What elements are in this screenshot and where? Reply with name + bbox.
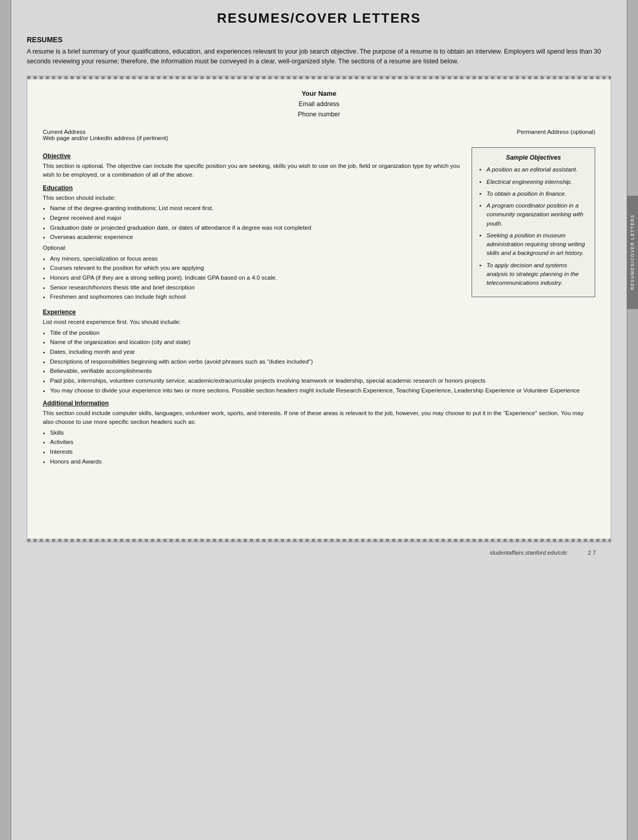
resume-spacer <box>43 468 595 529</box>
list-item: Courses relevant to the position for whi… <box>50 264 463 272</box>
list-item: Degree received and major <box>50 214 463 222</box>
list-item: Dates, including month and year <box>50 348 595 356</box>
current-address-label: Current Address <box>43 129 168 135</box>
list-item: Believable, verifiable accomplishments <box>50 367 595 375</box>
resumes-heading: RESUMES <box>27 36 611 44</box>
sample-objectives-title: Sample Objectives <box>479 154 587 161</box>
side-tab-container: RESUMES/COVER LETTERS <box>627 196 638 309</box>
education-title: Education <box>43 184 463 192</box>
additional-title: Additional Information <box>43 400 595 407</box>
objective-col-left: Objective This section is optional. The … <box>43 147 463 303</box>
resume-email: Email address <box>43 99 595 109</box>
objective-section-row: Objective This section is optional. The … <box>43 147 595 303</box>
additional-text: This section could include computer skil… <box>43 409 595 426</box>
list-item: To apply decision and systems analysis t… <box>479 261 587 288</box>
main-content: RESUMES/COVER LETTERS RESUMES A resume i… <box>11 0 627 840</box>
list-item: Freshmen and sophomores can include high… <box>50 293 463 301</box>
sample-objectives-box: Sample Objectives A position as an edito… <box>472 147 595 297</box>
resume-address-left: Current Address Web page and/or LinkedIn… <box>43 129 168 141</box>
list-item: Honors and GPA (if they are a strong sel… <box>50 273 463 282</box>
list-item: Overseas academic experience <box>50 233 463 242</box>
education-optional-label: Optional: <box>43 244 463 252</box>
experience-intro: List most recent experience first. You s… <box>43 318 595 327</box>
list-item: A position as an editorial assistant. <box>479 165 587 174</box>
resume-address-row: Current Address Web page and/or LinkedIn… <box>43 129 595 141</box>
education-optional-bullets: Any minors, specialization or focus area… <box>50 254 463 301</box>
additional-bullets: Skills Activities Interests Honors and A… <box>50 428 595 466</box>
footer-url: studentaffairs.stanford.edu/cdc <box>490 550 567 556</box>
list-item: Descriptions of responsibilities beginni… <box>50 357 595 366</box>
right-border: RESUMES/COVER LETTERS <box>627 0 638 840</box>
experience-title: Experience <box>43 308 595 316</box>
list-item: A program coordinator position in a comm… <box>479 201 587 228</box>
page-wrapper: RESUMES/COVER LETTERS RESUMES A resume i… <box>0 0 638 840</box>
list-item: To obtain a position in finance. <box>479 190 587 198</box>
left-border <box>0 0 11 840</box>
list-item: Name of the degree-granting institutions… <box>50 204 463 213</box>
resume-phone: Phone number <box>43 109 595 119</box>
footer: studentaffairs.stanford.edu/cdc 2 7 <box>27 547 611 558</box>
resume-header: Your Name Email address Phone number <box>43 89 595 120</box>
experience-bullets: Title of the position Name of the organi… <box>50 329 595 395</box>
objective-title: Objective <box>43 152 463 160</box>
sample-objectives-list: A position as an editorial assistant. El… <box>479 165 587 287</box>
resume-name: Your Name <box>43 89 595 99</box>
list-item: Interests <box>50 448 595 456</box>
list-item: Seeking a position in museum administrat… <box>479 231 587 258</box>
list-item: Electrical engineering internship. <box>479 178 587 186</box>
list-item: Honors and Awards <box>50 457 595 466</box>
list-item: Graduation date or projected graduation … <box>50 224 463 232</box>
list-item: Paid jobs, internships, volunteer commun… <box>50 376 595 385</box>
list-item: You may choose to divide your experience… <box>50 386 595 395</box>
list-item: Title of the position <box>50 329 595 337</box>
permanent-address-label: Permanent Address (optional) <box>517 129 595 141</box>
list-item: Senior research/honors thesis title and … <box>50 283 463 292</box>
sample-objectives-col: Sample Objectives A position as an edito… <box>472 147 595 297</box>
education-intro: This section should include: <box>43 194 463 202</box>
list-item: Name of the organization and location (c… <box>50 338 595 347</box>
education-bullets: Name of the degree-granting institutions… <box>50 204 463 242</box>
list-item: Activities <box>50 438 595 447</box>
list-item: Skills <box>50 428 595 437</box>
page-title: RESUMES/COVER LETTERS <box>27 10 611 26</box>
list-item: Any minors, specialization or focus area… <box>50 254 463 263</box>
web-label: Web page and/or LinkedIn address (if per… <box>43 135 168 141</box>
resume-box: Your Name Email address Phone number Cur… <box>27 76 611 543</box>
objective-text: This section is optional. The objective … <box>43 162 463 179</box>
footer-page: 2 7 <box>588 550 596 556</box>
side-tab-label: RESUMES/COVER LETTERS <box>630 214 635 290</box>
intro-paragraph: A resume is a brief summary of your qual… <box>27 47 611 66</box>
